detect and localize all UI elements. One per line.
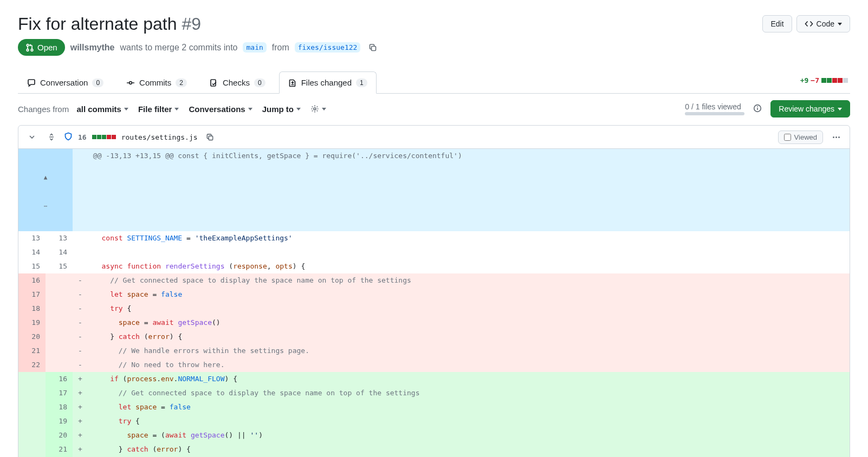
- mark-viewed-toggle[interactable]: Viewed: [778, 130, 823, 144]
- pr-title-text: Fix for alternate path: [18, 14, 177, 34]
- pr-author-link[interactable]: willsmythe: [70, 43, 115, 53]
- svg-point-0: [27, 44, 29, 46]
- tab-files-changed[interactable]: Files changed 1: [279, 71, 377, 94]
- del-line[interactable]: 21- // We handle errors within the setti…: [18, 344, 850, 358]
- del-line[interactable]: 18- try {: [18, 302, 850, 316]
- hunk-header-text: @@ -13,13 +13,15 @@ const { initClients,…: [88, 149, 850, 231]
- files-count: 1: [356, 79, 367, 87]
- gear-icon: [310, 105, 319, 113]
- conversations-menu[interactable]: Conversations: [189, 105, 252, 114]
- tab-commits[interactable]: Commits 2: [117, 71, 196, 94]
- svg-point-1: [27, 49, 29, 51]
- pr-title: Fix for alternate path #9: [18, 13, 201, 35]
- overall-diffstat: +9 −7: [800, 76, 850, 88]
- review-changes-button[interactable]: Review changes: [770, 100, 850, 117]
- file-lines-changed: 16: [78, 133, 87, 141]
- head-branch[interactable]: fixes/issue122: [295, 42, 361, 53]
- from-word: from: [272, 43, 289, 53]
- ctx-line[interactable]: 1313 const SETTINGS_NAME = 'theExampleAp…: [18, 231, 850, 245]
- code-button[interactable]: Code: [796, 15, 850, 32]
- del-line[interactable]: 22- // No need to throw here.: [18, 358, 850, 372]
- file-diff-icon: [288, 79, 297, 87]
- file-path[interactable]: routes/settings.js: [121, 133, 198, 141]
- commits-count: 2: [176, 79, 187, 87]
- changes-from-menu[interactable]: Changes from all commits: [18, 105, 128, 114]
- git-pull-request-icon: [25, 43, 34, 52]
- add-line[interactable]: 19+ try {: [18, 414, 850, 428]
- copy-icon: [368, 43, 377, 52]
- add-line[interactable]: 21+ } catch (error) {: [18, 442, 850, 456]
- chevron-down-icon: [28, 133, 36, 141]
- file-owner-badge[interactable]: [64, 132, 73, 142]
- del-line[interactable]: 20- } catch (error) {: [18, 330, 850, 344]
- expand-all-button[interactable]: [44, 130, 59, 144]
- file-filter-menu[interactable]: File filter: [138, 105, 179, 114]
- merge-verb: wants to merge 2 commits into: [120, 43, 238, 53]
- jump-to-menu[interactable]: Jump to: [262, 105, 301, 114]
- svg-point-2: [31, 49, 33, 51]
- diff-table: ▲ ⋯ @@ -13,13 +13,15 @@ const { initClie…: [18, 149, 850, 457]
- svg-point-6: [314, 108, 316, 110]
- copy-path-button[interactable]: [203, 130, 217, 144]
- add-line[interactable]: 17+ // Get connected space to display th…: [18, 386, 850, 400]
- shield-icon: [64, 132, 73, 141]
- del-line[interactable]: 16- // Get connected space to display th…: [18, 273, 850, 288]
- base-branch[interactable]: main: [243, 42, 266, 53]
- ctx-line[interactable]: 1515 async function renderSettings (resp…: [18, 259, 850, 273]
- unfold-icon: [48, 133, 55, 141]
- tab-conversation[interactable]: Conversation 0: [18, 71, 113, 94]
- svg-point-4: [129, 81, 132, 84]
- info-icon: [753, 104, 762, 113]
- comment-icon: [27, 79, 36, 87]
- add-line[interactable]: 18+ let space = false: [18, 400, 850, 414]
- checklist-icon: [210, 79, 218, 87]
- svg-point-8: [757, 106, 758, 107]
- pr-title-number: #9: [182, 14, 201, 34]
- tab-checks[interactable]: Checks 0: [200, 71, 275, 94]
- diff-settings-menu[interactable]: [310, 105, 326, 113]
- copy-branch-button[interactable]: [366, 41, 380, 55]
- file-diff-panel: 16 routes/settings.js Viewed: [18, 125, 850, 457]
- checks-count: 0: [254, 79, 265, 87]
- files-viewed-status: 0 / 1 files viewed: [685, 102, 744, 115]
- expand-up-icon: ▲: [24, 172, 67, 183]
- commit-icon: [126, 79, 135, 87]
- del-line[interactable]: 17- let space = false: [18, 288, 850, 302]
- files-viewed-help-icon[interactable]: [753, 104, 762, 114]
- add-line[interactable]: 20+ space = (await getSpace() || ''): [18, 428, 850, 442]
- conversation-count: 0: [92, 79, 103, 87]
- code-icon: [805, 19, 813, 28]
- ctx-line[interactable]: 1414: [18, 245, 850, 259]
- edit-button[interactable]: Edit: [762, 15, 792, 32]
- svg-rect-3: [372, 46, 376, 50]
- add-line[interactable]: 16+ if (process.env.NORMAL_FLOW) {: [18, 372, 850, 386]
- copy-icon: [206, 133, 214, 141]
- del-line[interactable]: 19- space = await getSpace(): [18, 316, 850, 330]
- pr-meta: Open willsmythe wants to merge 2 commits…: [18, 39, 850, 56]
- svg-rect-9: [209, 136, 213, 140]
- pr-tabs: Conversation 0 Commits 2 Checks 0 Files …: [18, 71, 850, 94]
- collapse-file-button[interactable]: [25, 130, 39, 144]
- state-badge: Open: [18, 39, 65, 56]
- file-diffstat-squares: [92, 135, 116, 139]
- file-menu-button[interactable]: [830, 133, 843, 141]
- hunk-header-row[interactable]: ▲ ⋯ @@ -13,13 +13,15 @@ const { initClie…: [18, 149, 850, 231]
